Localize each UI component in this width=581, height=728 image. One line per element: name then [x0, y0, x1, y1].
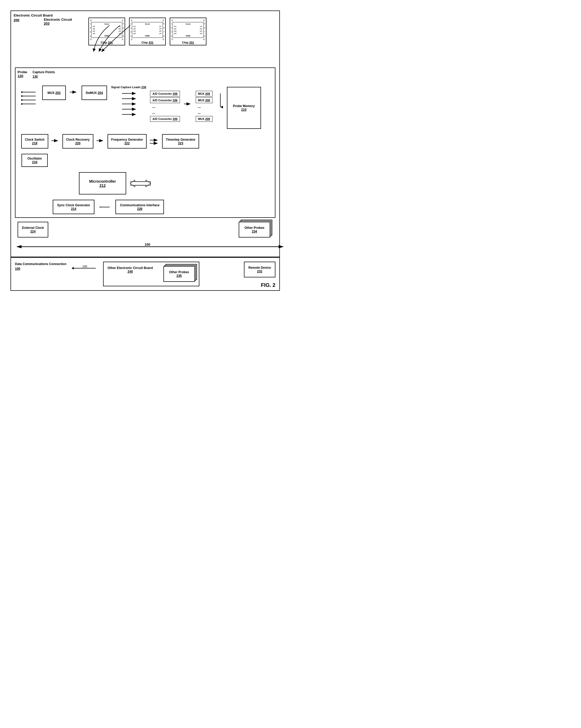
mux-array-5: MUX 208 [196, 116, 213, 122]
ad-5: A/D Converter 206 [150, 116, 180, 122]
mux-dots-1: ... [196, 104, 213, 109]
oscillator-block: Oscillator 216 [22, 154, 48, 167]
bottom-probe-row: Sync Clock Generator 214 Communications … [21, 200, 272, 214]
sync-clock-gen-block: Sync Clock Generator 214 [53, 200, 94, 214]
ad-dots-1: ... [150, 104, 180, 109]
ad-dots-2: ... [150, 110, 180, 115]
mux-array: MUX 208 MUX 208 ... ... MUX 208 [196, 91, 213, 122]
ad-converters-stack: A/D Converter 206 A/D Converter 206 ... … [150, 91, 180, 122]
chip-1-label: Chip 201 [90, 41, 124, 44]
electronic-circuit-number: 203 [44, 22, 50, 25]
fig-label: FIG. 2 [261, 282, 275, 288]
demux-number: 204 [98, 91, 103, 95]
dc-number: 100 [15, 267, 20, 270]
ci-number: 226 [137, 207, 142, 211]
probe-label: Probe 120 [18, 70, 27, 78]
other-probes-234-block: Other Probes 234 [239, 222, 270, 237]
probe-memory-block: Probe Memory 210 [227, 87, 261, 129]
fg-number: 222 [124, 141, 130, 145]
op235-number: 235 [176, 274, 182, 278]
demux-block: DeMUX 204 [82, 85, 107, 100]
clock-switch-block: Clock Switch 218 [21, 134, 48, 149]
probe-number: 120 [18, 74, 23, 78]
ad-to-mux-arrow [184, 85, 192, 107]
data-comm-label: Data Communications Connection 100 [15, 262, 66, 271]
cr-to-fg-arrow [96, 134, 104, 143]
svg-marker-34 [16, 245, 22, 248]
microcontroller-block: Microcontroller 212 [79, 172, 126, 194]
bus-100-small: 100 [72, 262, 98, 272]
ec-number: 224 [30, 230, 36, 233]
signal-capture-label: Signal Capture Leads 236 [111, 85, 146, 89]
svg-text:100: 100 [144, 242, 150, 246]
capture-points-label: Capture Points 130 [32, 70, 55, 79]
probe-box: Probe 120 Capture Points 130 [15, 68, 275, 218]
mux-to-demux-arrow [70, 85, 78, 95]
capture-points-number: 130 [32, 75, 38, 78]
chip-3: 00 1234 Vcc1 a1o1 a2o2 a3o3 a4o4 GND [170, 18, 206, 45]
chip-1: 0 0 1234 Vcc1 a1o1 a2o2 a3o3 a4o4 [88, 18, 125, 45]
mux-dots-2: ... [196, 110, 213, 115]
left-clock-col: Clock Switch 218 Oscillator 216 [21, 134, 48, 167]
page-wrapper: Electronic Circuit Board 200 Electronic … [5, 5, 285, 296]
oecb-number: 240 [128, 270, 133, 274]
scl-number: 236 [141, 85, 146, 89]
external-section: External Clock 224 Other Probes 234 [18, 222, 275, 237]
mc-to-pm-arrows [130, 180, 151, 187]
chip-3-label: Chip 201 [171, 41, 205, 44]
mux-array-1: MUX 208 [196, 91, 213, 97]
chips-area: 0 0 1234 Vcc1 a1o1 a2o2 a3o3 a4o4 [88, 18, 206, 45]
scg-number: 214 [71, 207, 76, 211]
top-section: Electronic Circuit 203 0 0 1234 [15, 18, 275, 65]
mux-array-2: MUX 208 [196, 97, 213, 103]
external-clock-block: External Clock 224 [18, 222, 48, 237]
cr-number: 220 [75, 141, 81, 145]
mux-202-block: MUX 202 [42, 85, 66, 100]
mux-number: 202 [55, 91, 61, 95]
svg-text:100: 100 [82, 265, 87, 268]
fg-to-ts-arrows [150, 134, 159, 146]
other-ecb-section: Other Electronic Circuit Board 240 Other… [103, 262, 199, 286]
ts-number: 223 [178, 141, 183, 145]
rd-number: 232 [257, 269, 262, 273]
other-probes-235-block: Other Probes 235 [163, 266, 195, 282]
other-ecb-block: Other Electronic Circuit Board 240 [108, 266, 153, 274]
svg-marker-35 [279, 245, 284, 248]
outer-border: Electronic Circuit Board 200 Electronic … [10, 10, 280, 257]
probe-memory-number: 210 [241, 108, 247, 111]
electronic-circuit-label: Electronic Circuit 203 [44, 18, 72, 25]
communications-interface-block: Communications Interface 226 [115, 200, 164, 214]
remote-device-block: Remote Device 232 [244, 262, 275, 278]
clock-recovery-block: Clock Recovery 220 [62, 134, 93, 149]
frequency-generator-block: Frequency Generator 222 [108, 134, 147, 149]
svg-marker-40 [72, 267, 74, 269]
signal-capture-area: Signal Capture Leads 236 [111, 85, 146, 119]
middle-section: Clock Switch 218 Oscillator 216 [21, 134, 272, 167]
bus-100-line: 100 [16, 241, 274, 253]
ci-to-scg-arrow [100, 204, 110, 210]
timestep-generator-block: Timestep Generator 223 [162, 134, 199, 149]
cs-number: 218 [32, 141, 37, 145]
bottom-section: Data Communications Connection 100 100 O… [10, 257, 280, 291]
ad-2: A/D Converter 206 [150, 97, 180, 103]
op234-number: 234 [252, 230, 257, 233]
chip-2: 00 1234 Vcc1 a1o1 a2o2 a3o3 a4o4 GND [129, 18, 166, 45]
capture-arrows [21, 85, 37, 109]
top-row: MUX 202 DeMUX 204 [21, 85, 272, 129]
mc-number: 212 [100, 183, 106, 188]
osc-number: 216 [32, 160, 37, 164]
chip-2-label: Chip 201 [130, 41, 164, 44]
ad-1: A/D Converter 206 [150, 91, 180, 97]
mux-to-probemem-section [218, 85, 223, 109]
cs-to-cr-arrow [51, 134, 59, 143]
microcontroller-row: Microcontroller 212 [79, 172, 272, 194]
